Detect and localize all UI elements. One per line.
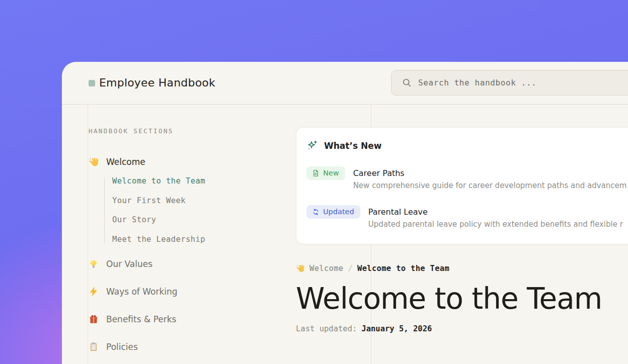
whats-new-item-career-paths[interactable]: New Career Paths New comprehensive guide…	[306, 166, 628, 190]
sidebar-item-ways-of-working[interactable]: Ways of Working	[89, 285, 290, 298]
sidebar: HANDBOOK SECTIONS	[89, 105, 290, 353]
sidebar-item-welcome[interactable]: Welcome	[89, 155, 290, 168]
app-header: Employee Handbook	[62, 62, 628, 105]
clipboard-icon	[89, 342, 99, 352]
sidebar-subitem-our-story[interactable]: Our Story	[112, 216, 290, 224]
breadcrumb-section[interactable]: Welcome	[309, 264, 343, 273]
whats-new-item-description: New comprehensive guide for career devel…	[353, 181, 627, 190]
app-logo-icon	[89, 80, 95, 86]
left-column-rule	[88, 105, 88, 364]
sparkles-icon	[306, 140, 318, 151]
breadcrumb-separator: /	[348, 264, 353, 273]
whats-new-item-title: Career Paths	[353, 166, 627, 178]
file-text-icon	[312, 169, 320, 177]
sidebar-item-label: Policies	[106, 342, 138, 352]
search-input[interactable]	[418, 78, 628, 87]
lightning-icon	[89, 287, 99, 297]
refresh-icon	[312, 208, 320, 216]
whats-new-item-description: Updated parental leave policy with exten…	[368, 220, 623, 229]
handbook-window: Employee Handbook HANDBOOK SECTIONS	[62, 62, 628, 364]
sidebar-item-benefits-perks[interactable]: Benefits & Perks	[89, 313, 290, 326]
wave-icon	[89, 157, 99, 167]
last-updated-value: January 5, 2026	[361, 324, 432, 333]
sidebar-item-policies[interactable]: Policies	[89, 340, 290, 353]
sidebar-item-our-values[interactable]: Our Values	[89, 257, 290, 270]
whats-new-title: What’s New	[324, 141, 381, 151]
badge-label: Updated	[323, 208, 354, 216]
gift-icon	[89, 314, 99, 325]
breadcrumb-current-page: Welcome to the Team	[357, 264, 449, 273]
sidebar-subitem-welcome-to-the-team[interactable]: Welcome to the Team	[112, 177, 290, 186]
breadcrumb: Welcome / Welcome to the Team	[296, 264, 628, 273]
sidebar-item-label: Benefits & Perks	[106, 314, 176, 324]
last-updated: Last updated: January 5, 2026	[296, 324, 628, 333]
new-badge: New	[306, 166, 345, 180]
last-updated-label: Last updated:	[296, 324, 357, 333]
wave-icon	[296, 264, 305, 273]
welcome-sub-list: Welcome to the Team Your First Week Our …	[104, 177, 290, 243]
sidebar-item-label: Our Values	[106, 259, 152, 269]
sidebar-section-label: HANDBOOK SECTIONS	[89, 127, 290, 135]
sidebar-item-label: Welcome	[106, 157, 145, 167]
search-icon	[402, 78, 412, 87]
search-box[interactable]	[391, 70, 628, 96]
page-title: Welcome to the Team	[296, 284, 628, 314]
whats-new-card: What’s New New Career Paths New comprehe…	[296, 127, 628, 244]
badge-label: New	[323, 169, 339, 177]
sidebar-item-label: Ways of Working	[106, 287, 178, 297]
app-title: Employee Handbook	[99, 76, 215, 89]
bulb-icon	[89, 259, 99, 269]
sidebar-subitem-meet-the-leadership[interactable]: Meet the Leadership	[112, 236, 290, 244]
whats-new-item-parental-leave[interactable]: Updated Parental Leave Updated parental …	[306, 205, 628, 229]
main-content: What’s New New Career Paths New comprehe…	[296, 105, 628, 333]
sidebar-subitem-your-first-week[interactable]: Your First Week	[112, 197, 290, 205]
updated-badge: Updated	[306, 205, 360, 219]
whats-new-item-title: Parental Leave	[368, 205, 623, 217]
